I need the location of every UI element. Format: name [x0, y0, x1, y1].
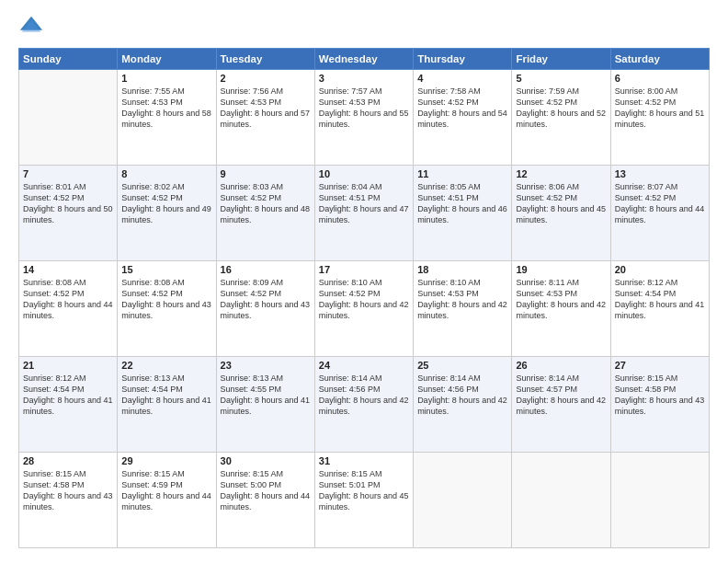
calendar-cell: 25Sunrise: 8:14 AMSunset: 4:56 PMDayligh…: [414, 357, 512, 453]
calendar-cell: [19, 70, 118, 166]
day-number: 9: [221, 168, 311, 179]
page: SundayMondayTuesdayWednesdayThursdayFrid…: [0, 0, 728, 563]
cell-info: Sunrise: 8:12 AMSunset: 4:54 PMDaylight:…: [615, 277, 705, 322]
calendar-cell: [512, 453, 610, 548]
cell-info: Sunrise: 8:10 AMSunset: 4:53 PMDaylight:…: [417, 277, 507, 322]
header: [18, 15, 710, 40]
cell-info: Sunrise: 8:08 AMSunset: 4:52 PMDaylight:…: [121, 277, 211, 322]
day-number: 5: [516, 73, 606, 84]
day-number: 12: [516, 168, 606, 179]
calendar-cell: 26Sunrise: 8:14 AMSunset: 4:57 PMDayligh…: [512, 357, 610, 453]
calendar-cell: 9Sunrise: 8:03 AMSunset: 4:52 PMDaylight…: [216, 166, 314, 261]
calendar-cell: [414, 453, 512, 548]
calendar-cell: 3Sunrise: 7:57 AMSunset: 4:53 PMDaylight…: [314, 70, 413, 166]
calendar-cell: 20Sunrise: 8:12 AMSunset: 4:54 PMDayligh…: [610, 261, 709, 357]
calendar-cell: 4Sunrise: 7:58 AMSunset: 4:52 PMDaylight…: [414, 70, 512, 166]
day-number: 1: [121, 73, 211, 84]
day-number: 27: [615, 360, 705, 371]
logo-icon: [18, 15, 44, 40]
day-number: 11: [417, 168, 507, 179]
calendar-cell: 11Sunrise: 8:05 AMSunset: 4:51 PMDayligh…: [414, 166, 512, 261]
calendar-cell: 7Sunrise: 8:01 AMSunset: 4:52 PMDaylight…: [19, 166, 118, 261]
calendar-week-row: 28Sunrise: 8:15 AMSunset: 4:58 PMDayligh…: [19, 453, 710, 548]
day-number: 23: [221, 360, 311, 371]
cell-info: Sunrise: 7:57 AMSunset: 4:53 PMDaylight:…: [319, 86, 409, 131]
cell-info: Sunrise: 8:15 AMSunset: 5:01 PMDaylight:…: [319, 468, 409, 513]
day-number: 19: [516, 264, 606, 275]
calendar-cell: [610, 453, 709, 548]
calendar-cell: 31Sunrise: 8:15 AMSunset: 5:01 PMDayligh…: [314, 453, 413, 548]
calendar-cell: 1Sunrise: 7:55 AMSunset: 4:53 PMDaylight…: [118, 70, 216, 166]
cell-info: Sunrise: 8:09 AMSunset: 4:52 PMDaylight:…: [221, 277, 311, 322]
day-number: 22: [121, 360, 211, 371]
calendar-cell: 6Sunrise: 8:00 AMSunset: 4:52 PMDaylight…: [610, 70, 709, 166]
calendar-week-row: 1Sunrise: 7:55 AMSunset: 4:53 PMDaylight…: [19, 70, 710, 166]
calendar-header-tuesday: Tuesday: [216, 49, 314, 70]
calendar-header-saturday: Saturday: [610, 49, 709, 70]
calendar-cell: 14Sunrise: 8:08 AMSunset: 4:52 PMDayligh…: [19, 261, 118, 357]
calendar-header-sunday: Sunday: [19, 49, 118, 70]
calendar-cell: 13Sunrise: 8:07 AMSunset: 4:52 PMDayligh…: [610, 166, 709, 261]
calendar-cell: 30Sunrise: 8:15 AMSunset: 5:00 PMDayligh…: [216, 453, 314, 548]
day-number: 10: [319, 168, 409, 179]
day-number: 3: [319, 73, 409, 84]
calendar-week-row: 14Sunrise: 8:08 AMSunset: 4:52 PMDayligh…: [19, 261, 710, 357]
calendar-cell: 24Sunrise: 8:14 AMSunset: 4:56 PMDayligh…: [314, 357, 413, 453]
cell-info: Sunrise: 8:00 AMSunset: 4:52 PMDaylight:…: [615, 86, 705, 131]
cell-info: Sunrise: 7:55 AMSunset: 4:53 PMDaylight:…: [121, 86, 211, 131]
cell-info: Sunrise: 8:15 AMSunset: 4:58 PMDaylight:…: [23, 468, 113, 513]
calendar-week-row: 7Sunrise: 8:01 AMSunset: 4:52 PMDaylight…: [19, 166, 710, 261]
day-number: 15: [121, 264, 211, 275]
day-number: 4: [417, 73, 507, 84]
cell-info: Sunrise: 8:07 AMSunset: 4:52 PMDaylight:…: [615, 181, 705, 226]
calendar-header-row: SundayMondayTuesdayWednesdayThursdayFrid…: [19, 49, 710, 70]
cell-info: Sunrise: 8:14 AMSunset: 4:56 PMDaylight:…: [417, 373, 507, 418]
cell-info: Sunrise: 8:13 AMSunset: 4:54 PMDaylight:…: [121, 373, 211, 418]
cell-info: Sunrise: 7:59 AMSunset: 4:52 PMDaylight:…: [516, 86, 606, 131]
day-number: 17: [319, 264, 409, 275]
calendar-cell: 2Sunrise: 7:56 AMSunset: 4:53 PMDaylight…: [216, 70, 314, 166]
cell-info: Sunrise: 8:15 AMSunset: 4:58 PMDaylight:…: [615, 373, 705, 418]
cell-info: Sunrise: 8:01 AMSunset: 4:52 PMDaylight:…: [23, 181, 113, 226]
calendar-cell: 23Sunrise: 8:13 AMSunset: 4:55 PMDayligh…: [216, 357, 314, 453]
cell-info: Sunrise: 8:14 AMSunset: 4:57 PMDaylight:…: [516, 373, 606, 418]
cell-info: Sunrise: 8:06 AMSunset: 4:52 PMDaylight:…: [516, 181, 606, 226]
cell-info: Sunrise: 8:15 AMSunset: 4:59 PMDaylight:…: [121, 468, 211, 513]
day-number: 7: [23, 168, 113, 179]
day-number: 28: [23, 455, 113, 466]
calendar-cell: 16Sunrise: 8:09 AMSunset: 4:52 PMDayligh…: [216, 261, 314, 357]
cell-info: Sunrise: 8:14 AMSunset: 4:56 PMDaylight:…: [319, 373, 409, 418]
day-number: 25: [417, 360, 507, 371]
calendar-table: SundayMondayTuesdayWednesdayThursdayFrid…: [18, 48, 710, 548]
day-number: 8: [121, 168, 211, 179]
day-number: 14: [23, 264, 113, 275]
day-number: 29: [121, 455, 211, 466]
day-number: 24: [319, 360, 409, 371]
calendar-cell: 15Sunrise: 8:08 AMSunset: 4:52 PMDayligh…: [118, 261, 216, 357]
cell-info: Sunrise: 8:15 AMSunset: 5:00 PMDaylight:…: [221, 468, 311, 513]
cell-info: Sunrise: 8:05 AMSunset: 4:51 PMDaylight:…: [417, 181, 507, 226]
calendar-cell: 28Sunrise: 8:15 AMSunset: 4:58 PMDayligh…: [19, 453, 118, 548]
day-number: 16: [221, 264, 311, 275]
calendar-cell: 19Sunrise: 8:11 AMSunset: 4:53 PMDayligh…: [512, 261, 610, 357]
day-number: 30: [221, 455, 311, 466]
day-number: 21: [23, 360, 113, 371]
calendar-cell: 29Sunrise: 8:15 AMSunset: 4:59 PMDayligh…: [118, 453, 216, 548]
day-number: 6: [615, 73, 705, 84]
logo: [18, 15, 48, 40]
day-number: 31: [319, 455, 409, 466]
calendar-cell: 22Sunrise: 8:13 AMSunset: 4:54 PMDayligh…: [118, 357, 216, 453]
cell-info: Sunrise: 7:58 AMSunset: 4:52 PMDaylight:…: [417, 86, 507, 131]
cell-info: Sunrise: 8:12 AMSunset: 4:54 PMDaylight:…: [23, 373, 113, 418]
cell-info: Sunrise: 8:10 AMSunset: 4:52 PMDaylight:…: [319, 277, 409, 322]
cell-info: Sunrise: 8:03 AMSunset: 4:52 PMDaylight:…: [221, 181, 311, 226]
calendar-cell: 21Sunrise: 8:12 AMSunset: 4:54 PMDayligh…: [19, 357, 118, 453]
cell-info: Sunrise: 8:04 AMSunset: 4:51 PMDaylight:…: [319, 181, 409, 226]
calendar-cell: 5Sunrise: 7:59 AMSunset: 4:52 PMDaylight…: [512, 70, 610, 166]
calendar-header-friday: Friday: [512, 49, 610, 70]
cell-info: Sunrise: 7:56 AMSunset: 4:53 PMDaylight:…: [221, 86, 311, 131]
calendar-header-monday: Monday: [118, 49, 216, 70]
day-number: 26: [516, 360, 606, 371]
calendar-cell: 27Sunrise: 8:15 AMSunset: 4:58 PMDayligh…: [610, 357, 709, 453]
calendar-cell: 12Sunrise: 8:06 AMSunset: 4:52 PMDayligh…: [512, 166, 610, 261]
